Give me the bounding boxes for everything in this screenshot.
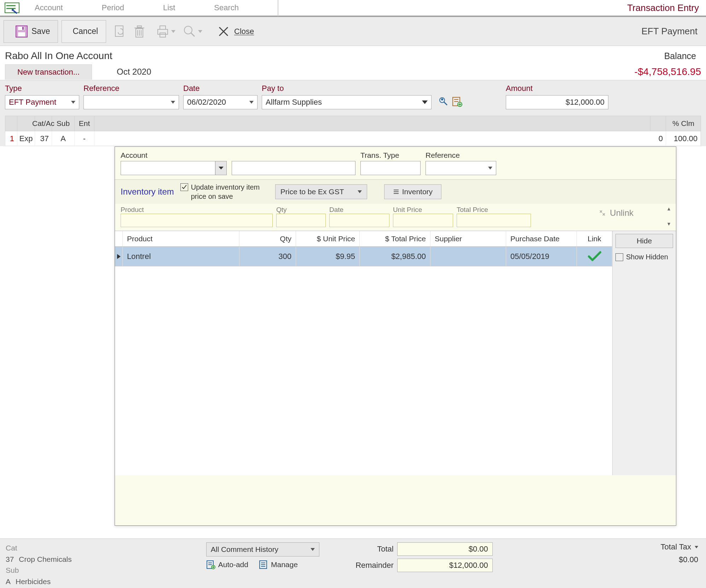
attach-delete-group — [110, 24, 149, 39]
line-row-1[interactable]: 1 Exp 37 A - 0 100.00 — [5, 131, 701, 146]
amount-input[interactable]: $12,000.00 — [506, 95, 608, 109]
row-date: 05/05/2019 — [506, 247, 577, 266]
line-kind: Exp — [17, 131, 35, 146]
popup-ref-select[interactable] — [426, 161, 496, 175]
svg-rect-0 — [5, 3, 19, 13]
balance-label: Balance — [664, 51, 701, 61]
chevron-down-icon — [422, 100, 428, 104]
entry-unit-price-input[interactable] — [393, 214, 453, 227]
entry-qty-input[interactable] — [276, 214, 326, 227]
entry-qty-label: Qty — [276, 206, 326, 214]
entry-total-price-input[interactable] — [457, 214, 531, 227]
col-gap — [94, 116, 650, 131]
entry-scroll[interactable]: ▴ ▾ — [665, 205, 673, 227]
scroll-up-icon[interactable]: ▴ — [667, 205, 670, 212]
attachment-icon[interactable] — [112, 24, 127, 39]
inventory-bar: Inventory item Update inventory item pri… — [115, 179, 676, 204]
tab-row: New transaction... Oct 2020 -$4,758,516.… — [0, 64, 706, 80]
col-ent: Ent — [75, 116, 94, 131]
line-ent: - — [75, 131, 94, 146]
type-select[interactable]: EFT Payment — [5, 95, 79, 109]
payto-value: Allfarm Supplies — [266, 98, 322, 107]
entry-product-input[interactable] — [121, 214, 273, 227]
account-select[interactable]: - none - — [121, 161, 227, 175]
search-dropdown[interactable] — [197, 26, 203, 37]
grid-supplier-col[interactable]: Supplier — [430, 231, 506, 246]
line-header: Cat/Ac Sub Ent % Clm — [5, 116, 701, 131]
inventory-button[interactable]: Inventory — [384, 184, 441, 199]
toolbar: Save Cancel Close EFT Payment — [0, 17, 706, 46]
entry-unit-price-label: Unit Price — [393, 206, 453, 214]
svg-rect-6 — [18, 32, 25, 36]
search-group[interactable] — [183, 24, 203, 39]
save-button[interactable]: Save — [4, 20, 58, 43]
add-note-icon[interactable] — [451, 96, 463, 107]
entry-date-input[interactable] — [329, 214, 389, 227]
find-contact-icon[interactable] — [438, 96, 449, 107]
unlink-button[interactable]: Unlink — [598, 208, 633, 218]
reference-field: Reference — [83, 84, 179, 109]
balance-value: -$4,758,516.95 — [635, 66, 706, 77]
menu-list[interactable]: List — [163, 3, 175, 12]
tax-display: Total Tax $0.00 — [661, 542, 700, 564]
grid-sel-col — [115, 231, 123, 246]
sub-label: Sub — [6, 565, 19, 576]
date-input[interactable]: 06/02/2020 — [183, 95, 257, 109]
price-basis-select[interactable]: Price to be Ex GST — [275, 184, 367, 199]
show-hidden-checkbox[interactable]: Show Hidden — [615, 253, 673, 261]
svg-point-24 — [441, 98, 443, 100]
trans-type-input[interactable] — [360, 161, 421, 175]
tab-new-transaction[interactable]: New transaction... — [5, 64, 92, 80]
menu-account[interactable]: Account — [35, 3, 63, 12]
print-dropdown[interactable] — [170, 26, 176, 37]
comment-history-select[interactable]: All Comment History — [206, 542, 319, 557]
grid-date-col[interactable]: Purchase Date — [506, 231, 577, 246]
grid-product-col[interactable]: Product — [123, 231, 239, 246]
grid-unitprice-col[interactable]: $ Unit Price — [296, 231, 360, 246]
popup-account-label: Account — [121, 151, 227, 160]
row-link-check[interactable] — [577, 247, 612, 266]
popup-blank-field — [232, 151, 355, 175]
sub-code: A — [6, 576, 11, 587]
grid-row-1[interactable]: Lontrel 300 $9.95 $2,985.00 05/05/2019 — [115, 247, 612, 266]
payto-select[interactable]: Allfarm Supplies — [262, 95, 432, 109]
svg-point-3 — [12, 9, 14, 11]
cancel-button[interactable]: Cancel — [62, 20, 106, 43]
grid-link-col[interactable]: Link — [577, 231, 612, 246]
list-icon — [393, 189, 399, 195]
account-detail-input[interactable] — [232, 161, 355, 175]
menu-search[interactable]: Search — [214, 3, 239, 12]
row-product: Lontrel — [123, 247, 239, 266]
grid-qty-col[interactable]: Qty — [239, 231, 296, 246]
floppy-icon — [15, 24, 29, 39]
period-display: Oct 2020 — [117, 67, 151, 77]
hide-button[interactable]: Hide — [615, 234, 673, 248]
close-group[interactable]: Close — [216, 24, 254, 39]
grid-totalprice-col[interactable]: $ Total Price — [360, 231, 430, 246]
show-hidden-label: Show Hidden — [626, 253, 668, 261]
menu-period[interactable]: Period — [102, 3, 125, 12]
svg-rect-16 — [160, 26, 166, 29]
inventory-entry-row: Product Qty Date Unit Price Total Price … — [115, 204, 676, 231]
scroll-down-icon[interactable]: ▾ — [667, 220, 670, 227]
popup-trans-field: Trans. Type — [360, 151, 421, 175]
manage-button[interactable]: Manage — [259, 560, 298, 569]
manage-label: Manage — [271, 560, 298, 569]
svg-line-19 — [191, 33, 195, 36]
popup-ref-label: Reference — [426, 151, 496, 160]
inventory-item-label: Inventory item — [121, 187, 174, 197]
reference-label: Reference — [83, 84, 179, 93]
chevron-down-icon[interactable] — [695, 546, 698, 548]
print-group[interactable] — [156, 24, 176, 39]
top-menu-bar: Account Period List Search Transaction E… — [0, 0, 706, 17]
reference-input[interactable] — [83, 95, 179, 109]
inventory-grid: Product Qty $ Unit Price $ Total Price S… — [115, 231, 676, 475]
trash-icon[interactable] — [132, 24, 146, 39]
auto-add-button[interactable]: Auto-add — [206, 560, 248, 569]
svg-rect-17 — [160, 33, 166, 37]
update-price-checkbox[interactable]: Update inventory item price on save — [180, 183, 269, 201]
entry-product-label: Product — [121, 206, 273, 214]
grid-header: Product Qty $ Unit Price $ Total Price S… — [115, 231, 612, 247]
amount-field: Amount $12,000.00 — [506, 84, 608, 109]
svg-rect-7 — [22, 27, 24, 30]
